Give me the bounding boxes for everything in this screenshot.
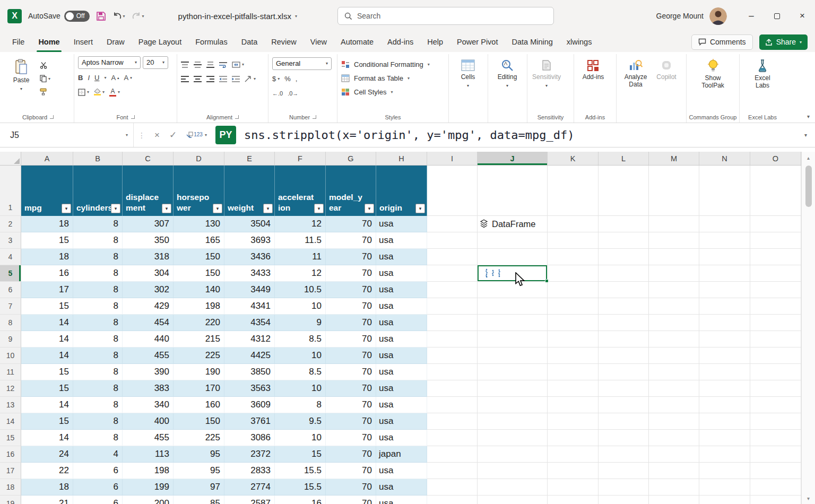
cell-H12[interactable]: usa [376,380,427,397]
cell-C13[interactable]: 340 [123,397,174,413]
cell-C6[interactable]: 302 [123,282,174,298]
cell-L9[interactable] [599,331,649,347]
cell-D12[interactable]: 170 [174,380,224,397]
dialog-launcher-icon[interactable] [235,115,239,119]
cell-J1[interactable] [478,166,548,216]
cell-B3[interactable]: 8 [73,232,123,249]
excel-labs-button[interactable]: Excel Labs [747,55,778,90]
cell-E5[interactable]: 3433 [224,265,275,282]
cell-L3[interactable] [599,232,649,249]
cell-N18[interactable] [699,479,750,496]
formula-input[interactable]: sns.stripplot(x='origin', y='mpg', data=… [240,123,575,147]
cell-J12[interactable] [478,380,548,397]
cell-B13[interactable]: 8 [73,397,123,413]
row-header-8[interactable]: 8 [0,315,21,331]
cell-L16[interactable] [599,446,649,463]
cell-O4[interactable] [750,249,801,265]
cell-G8[interactable]: 70 [326,315,376,331]
cell-F16[interactable]: 15 [275,446,326,463]
cell-M10[interactable] [649,347,699,364]
cell-J19[interactable] [478,496,548,504]
cell-E7[interactable]: 4341 [224,298,275,315]
cell-I7[interactable] [427,298,478,315]
cell-C8[interactable]: 454 [123,315,174,331]
font-color-button[interactable]: A ▾ [109,88,120,97]
cell-K2[interactable] [548,216,599,232]
cell-G4[interactable]: 70 [326,249,376,265]
workbook-title[interactable]: python-in-excel-pitfalls-start.xlsx ▾ [178,12,297,21]
cell-K1[interactable] [548,166,599,216]
cell-D16[interactable]: 95 [174,446,224,463]
cell-M5[interactable] [649,265,699,282]
cell-K10[interactable] [548,347,599,364]
row-header-17[interactable]: 17 [0,463,21,479]
align-center-button[interactable] [194,74,202,84]
cell-I15[interactable] [427,430,478,446]
cell-E8[interactable]: 4354 [224,315,275,331]
decrease-decimal-button[interactable]: .0→ [288,89,298,98]
cell-J7[interactable] [478,298,548,315]
cell-L5[interactable] [599,265,649,282]
tab-draw[interactable]: Draw [100,32,132,52]
cell-B6[interactable]: 8 [73,282,123,298]
cell-D19[interactable]: 85 [174,496,224,504]
cell-C9[interactable]: 440 [123,331,174,347]
top-align-button[interactable] [181,60,189,69]
cell-K18[interactable] [548,479,599,496]
cell-N11[interactable] [699,364,750,380]
cell-I13[interactable] [427,397,478,413]
cell-N3[interactable] [699,232,750,249]
cell-H18[interactable]: usa [376,479,427,496]
cell-G10[interactable]: 70 [326,347,376,364]
cell-G5[interactable]: 70 [326,265,376,282]
wrap-text-button[interactable] [219,60,227,69]
tab-help[interactable]: Help [420,32,450,52]
cell-M7[interactable] [649,298,699,315]
cell-M8[interactable] [649,315,699,331]
column-header-G[interactable]: G [326,152,376,165]
tab-data[interactable]: Data [235,32,265,52]
cell-K5[interactable] [548,265,599,282]
cell-A4[interactable]: 18 [21,249,73,265]
middle-align-button[interactable] [194,60,202,69]
cell-M18[interactable] [649,479,699,496]
cell-F14[interactable]: 9.5 [275,413,326,430]
collapse-ribbon-button[interactable]: ▾ [807,114,810,119]
cell-O9[interactable] [750,331,801,347]
cell-E19[interactable]: 2587 [224,496,275,504]
cell-N16[interactable] [699,446,750,463]
dialog-launcher-icon[interactable] [313,115,316,119]
name-box[interactable]: J5 ▾ [0,123,134,147]
cell-O1[interactable] [750,166,801,216]
cell-O3[interactable] [750,232,801,249]
align-right-button[interactable] [206,74,214,84]
cell-O8[interactable] [750,315,801,331]
cell-D17[interactable]: 95 [174,463,224,479]
cell-O6[interactable] [750,282,801,298]
undo-button[interactable]: ▾ [112,12,125,20]
cell-J3[interactable] [478,232,548,249]
table-header-acceleration[interactable]: acceleration▾ [275,166,326,216]
cell-I3[interactable] [427,232,478,249]
table-header-displacement[interactable]: displacement▾ [123,166,174,216]
row-header-2[interactable]: 2 [0,216,21,232]
cell-G18[interactable]: 70 [326,479,376,496]
filter-button[interactable]: ▾ [213,204,222,213]
row-header-5[interactable]: 5 [0,265,21,282]
cell-A15[interactable]: 14 [21,430,73,446]
cell-B16[interactable]: 4 [73,446,123,463]
cell-N6[interactable] [699,282,750,298]
cell-F3[interactable]: 11.5 [275,232,326,249]
cell-N5[interactable] [699,265,750,282]
excel-logo[interactable]: X [7,9,22,23]
cell-K9[interactable] [548,331,599,347]
cell-A11[interactable]: 15 [21,364,73,380]
cell-C16[interactable]: 113 [123,446,174,463]
cell-L8[interactable] [599,315,649,331]
table-header-mpg[interactable]: mpg▾ [21,166,73,216]
cell-K12[interactable] [548,380,599,397]
table-header-horsepower[interactable]: horsepower▾ [174,166,224,216]
tab-home[interactable]: Home [31,32,66,52]
column-header-J[interactable]: J [478,152,548,165]
cell-L1[interactable] [599,166,649,216]
